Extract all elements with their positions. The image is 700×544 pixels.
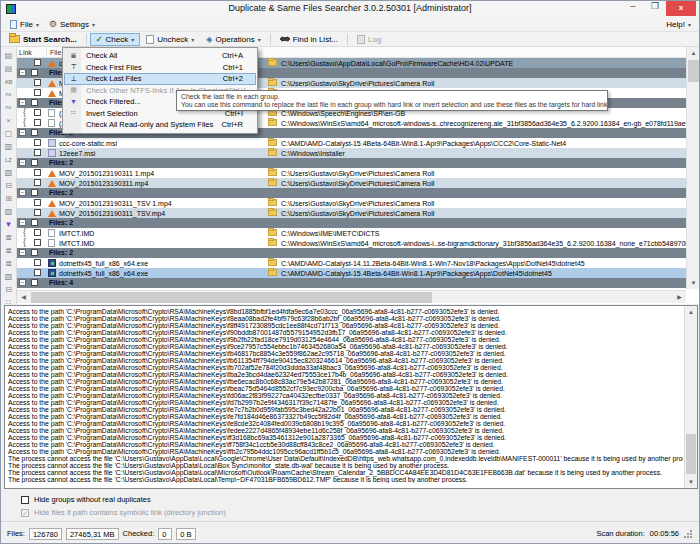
group-checkbox[interactable]: [31, 279, 38, 286]
link-add-icon[interactable]: ⊞: [3, 193, 15, 205]
list3-icon[interactable]: ≣: [3, 258, 15, 270]
hide-groups-checkbox[interactable]: [21, 496, 29, 504]
scroll-up-icon[interactable]: ▲: [687, 47, 699, 59]
scrollbar-thumb[interactable]: [31, 292, 432, 303]
find-in-list-button[interactable]: Find in List...: [274, 33, 344, 46]
list-horizontal-scrollbar[interactable]: ◀ ▶: [17, 290, 686, 303]
log-vertical-scrollbar[interactable]: ▲ ▼: [684, 306, 697, 488]
scroll-down-icon[interactable]: ▼: [687, 277, 699, 289]
log-button[interactable]: Log: [351, 33, 387, 46]
group-header-row[interactable]: − Files: 2: [17, 158, 686, 168]
move-icon[interactable]: ▥: [3, 141, 15, 153]
resize-grip[interactable]: [684, 529, 693, 538]
collapse-icon[interactable]: −: [19, 159, 26, 166]
collapse-icon[interactable]: −: [19, 189, 26, 196]
row-checkbox[interactable]: [34, 119, 41, 126]
scrollbar-thumb[interactable]: [688, 60, 699, 82]
menu-item[interactable]: ⊥ Check Last Files Ctrl+2: [64, 73, 256, 85]
collapse-icon[interactable]: −: [19, 249, 26, 256]
row-checkbox[interactable]: [34, 229, 41, 236]
scroll-up-icon[interactable]: ▲: [685, 306, 697, 318]
symlink-icon[interactable]: ∾: [3, 102, 15, 114]
table-row[interactable]: { IMTCT.IMD C:\Windows\WinSxS\amd64_micr…: [17, 238, 686, 248]
group-checkbox[interactable]: [31, 189, 38, 196]
group-checkbox[interactable]: [31, 69, 38, 76]
scroll-right-icon[interactable]: ▶: [673, 291, 686, 304]
maximize-button[interactable]: ❐: [644, 1, 666, 14]
collapse-icon[interactable]: −: [19, 129, 26, 136]
list-vertical-scrollbar[interactable]: ▲ ▼: [686, 47, 699, 289]
group-checkbox[interactable]: [31, 159, 38, 166]
link-block-icon[interactable]: ⊟: [3, 180, 15, 192]
row-checkbox[interactable]: [34, 209, 41, 216]
uncheck-button[interactable]: Uncheck ▾: [140, 33, 200, 46]
row-checkbox[interactable]: [34, 139, 41, 146]
group-icon[interactable]: ▧: [3, 206, 15, 218]
properties-icon[interactable]: ▧: [3, 271, 15, 283]
hide-groups-option[interactable]: Hide groups without real duplicates: [21, 495, 151, 504]
list2-icon[interactable]: ≣: [3, 245, 15, 257]
hardlink-icon[interactable]: ∾: [3, 89, 15, 101]
collapse-icon[interactable]: −: [19, 279, 26, 286]
table-row[interactable]: MOV_20150123190311.mp4 C:\Users\Gustavo\…: [17, 178, 686, 188]
copy-icon[interactable]: ▤: [3, 50, 15, 62]
row-checkbox[interactable]: [34, 269, 41, 276]
log-panel[interactable]: Access to the path 'C:\ProgramData\Micro…: [4, 305, 698, 489]
group-checkbox[interactable]: [31, 99, 38, 106]
menu-file[interactable]: File ▾: [5, 18, 44, 31]
scroll-down-icon[interactable]: ▼: [685, 476, 697, 488]
group-checkbox[interactable]: [31, 219, 38, 226]
hide-symlink-option[interactable]: ✓ Hide files if path contains symbolic l…: [21, 508, 226, 517]
menu-item[interactable]: Check All Read-only and System Files Ctr…: [64, 119, 256, 131]
list-icon[interactable]: ≣: [3, 232, 15, 244]
group-checkbox[interactable]: [31, 129, 38, 136]
menu-item[interactable]: ⊤ Check First Files Ctrl+1: [64, 62, 256, 74]
menu-help[interactable]: Help! ▾: [661, 18, 695, 31]
table-row[interactable]: 12eee7.msi C:\Windows\Installer: [17, 148, 686, 158]
table-row[interactable]: MOV_20150123190311_TSV.mp4 C:\Users\Gust…: [17, 208, 686, 218]
table-row[interactable]: dotnetfx45_full_x86_x64.exe C:\AMD\AMD-C…: [17, 268, 686, 278]
group-checkbox[interactable]: [31, 249, 38, 256]
duplicate-icon[interactable]: ▤: [3, 63, 15, 75]
filter-icon[interactable]: ▼: [3, 219, 15, 231]
compress-icon[interactable]: ʟᴢ: [3, 154, 15, 166]
row-checkbox[interactable]: [34, 89, 41, 96]
folder-ops-icon[interactable]: ▧: [3, 167, 15, 179]
collapse-icon[interactable]: −: [19, 69, 26, 76]
collapse-icon[interactable]: −: [19, 219, 26, 226]
row-checkbox[interactable]: [34, 179, 41, 186]
menu-settings[interactable]: ⚙ Settings ▾: [44, 18, 100, 31]
group-header-row[interactable]: − Files: 2: [17, 218, 686, 228]
collapse-icon[interactable]: −: [19, 99, 26, 106]
row-checkbox[interactable]: [34, 259, 41, 266]
menu-item[interactable]: ≣ Check All Ctrl+A: [64, 50, 256, 62]
check-button[interactable]: ✓ Check ▾: [90, 33, 140, 46]
recycle-icon[interactable]: ▢: [3, 128, 15, 140]
table-row[interactable]: { IMTCT.IMD C:\Windows\IME\IMETC\DICTS: [17, 228, 686, 238]
group-header-row[interactable]: − Files: 2: [17, 188, 686, 198]
row-checkbox[interactable]: [34, 59, 41, 66]
table-row[interactable]: MOV_20150123190311_TSV 1.mp4 C:\Users\Gu…: [17, 198, 686, 208]
scrollbar-thumb[interactable]: [686, 434, 696, 474]
hide-symlink-checkbox[interactable]: ✓: [21, 509, 29, 517]
operations-button[interactable]: ◈ Operations ▾: [200, 33, 266, 46]
row-checkbox[interactable]: [34, 199, 41, 206]
row-checkbox[interactable]: [34, 109, 41, 116]
group-header-row[interactable]: − Files: 2: [17, 248, 686, 258]
rename-icon[interactable]: ᴀʙ: [3, 76, 15, 88]
row-checkbox[interactable]: [34, 169, 41, 176]
start-search-button[interactable]: Start Search...: [3, 33, 83, 46]
row-checkbox[interactable]: [34, 239, 41, 246]
delete-icon[interactable]: ×: [3, 115, 15, 127]
column-link[interactable]: Link: [19, 49, 32, 56]
row-checkbox[interactable]: [34, 149, 41, 156]
row-checkbox[interactable]: [34, 79, 41, 86]
table-row[interactable]: dotnetfx45_full_x86_x64.exe C:\AMD\AMD-C…: [17, 258, 686, 268]
group-header-row[interactable]: − Files: 4: [17, 278, 686, 288]
scroll-left-icon[interactable]: ◀: [17, 291, 30, 304]
link-remove-icon[interactable]: ⊟: [3, 284, 15, 296]
table-row[interactable]: MOV_20150123190311 1.mp4 C:\Users\Gustav…: [17, 168, 686, 178]
table-row[interactable]: ccc-core-static.msi C:\AMD\AMD-Catalyst-…: [17, 138, 686, 148]
minimize-button[interactable]: –: [622, 1, 644, 14]
close-button[interactable]: x: [666, 1, 696, 16]
